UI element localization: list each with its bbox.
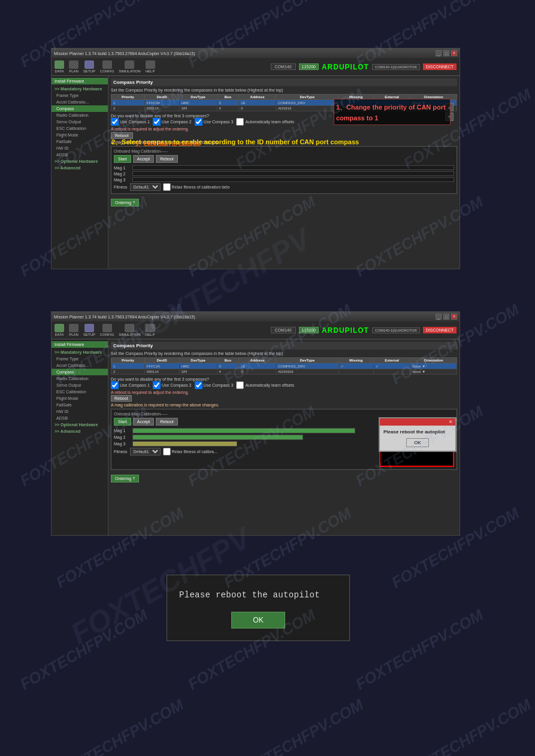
panel-title-bottom: Compass Priority (111, 342, 457, 350)
toolbar-config-bottom[interactable]: CONFIG (100, 324, 114, 336)
sidebar-mandatory-top[interactable]: >> Mandatory Hardware (52, 86, 108, 92)
cell-addr-2-top: 0 (239, 106, 276, 111)
compass1-checkbox-top[interactable]: Use Compass 1 (111, 118, 150, 126)
start-button-top[interactable]: Start (114, 155, 131, 163)
sidebar-top: Install Firmware >> Mandatory Hardware F… (52, 76, 108, 269)
sidebar-compass-top[interactable]: Compass (52, 105, 108, 112)
window-controls-top[interactable]: _ □ ✕ (436, 50, 457, 56)
sidebar-esc-bottom[interactable]: ESC Calibration (52, 388, 108, 395)
toolbar-data-top[interactable]: DATA (55, 60, 64, 73)
cell-devtype-1-top: HMC (179, 100, 217, 106)
sidebar-failsafe-top[interactable]: FailSafe (52, 138, 108, 145)
cell-devtype-1-bottom: HMC (179, 363, 217, 369)
sidebar-esc-top[interactable]: ESC Calibration (52, 125, 108, 132)
popup-ok-button-bottom[interactable]: OK (406, 438, 429, 447)
maximize-button-bottom[interactable]: □ (443, 314, 449, 320)
sidebar-mandatory-bottom[interactable]: >> Mandatory Hardware (52, 349, 108, 356)
fitness-select-top[interactable]: Default1 (130, 183, 161, 191)
cell-addr-2-bottom: 0 (239, 369, 276, 375)
toolbar-config-label-top: CONFIG (100, 69, 114, 73)
cell-addr-1-top: 1E (239, 100, 276, 106)
sidebar-hwid-top[interactable]: HW ID (52, 145, 108, 151)
compass3-checkbox-bottom[interactable]: Use Compass 3 (195, 381, 234, 389)
disconnect-button-bottom[interactable]: DISCONNECT (423, 327, 457, 333)
sidebar-servo-bottom[interactable]: Servo Output (52, 382, 108, 388)
sidebar-hwid-bottom[interactable]: HW ID (52, 408, 108, 415)
toolbar-setup-top[interactable]: SETUP (83, 60, 95, 73)
window-controls-bottom[interactable]: _ □ ✕ (436, 314, 457, 320)
popup-dialog-bottom: ✕ Please reboot the autopilot OK (379, 417, 457, 452)
relax-checkbox-top[interactable]: Relax fitness of calibration belo (163, 183, 230, 191)
toolbar-data-bottom[interactable]: DATA (55, 324, 64, 336)
compass1-checkbox-bottom[interactable]: Use Compass 1 (111, 381, 150, 389)
reboot2-button-bottom[interactable]: Reboot (156, 418, 178, 426)
col-devid-bottom: DevID (144, 358, 179, 363)
table-row-2-bottom[interactable]: 2 580114 SPI 4 0 ADS9916 None ▼ (111, 369, 457, 375)
toolbar-simulation-label-top: SIMULATION (119, 69, 140, 73)
sidebar-adsb-bottom[interactable]: ADSB (52, 415, 108, 421)
cell-priority-1-bottom: 1 (111, 363, 145, 369)
popup-close-icon[interactable]: ✕ (449, 420, 452, 424)
toolbar-plan-top[interactable]: PLAN (69, 60, 78, 73)
accept-button-top[interactable]: Accept (133, 155, 154, 163)
toolbar-help-top[interactable]: HELP (146, 60, 155, 73)
toolbar-help-bottom[interactable]: HELP (146, 324, 155, 336)
sidebar-optional-bottom[interactable]: >> Optional Hardware (52, 421, 108, 428)
fitness-select-bottom[interactable]: Default1 (130, 448, 161, 456)
reboot-button-bottom[interactable]: Reboot (111, 395, 132, 402)
sidebar-radio-bottom[interactable]: Radio Calibration (52, 375, 108, 382)
sidebar-frame-bottom[interactable]: Frame Type (52, 356, 108, 362)
maximize-button-top[interactable]: □ (443, 50, 449, 56)
cell-orient-2-bottom: None ▼ (410, 369, 457, 375)
sidebar-compass-bottom[interactable]: Compass (52, 369, 108, 375)
sidebar-adsb-top[interactable]: ADSB (52, 151, 108, 158)
popup-title-bar-bottom: ✕ (380, 418, 455, 426)
reboot2-button-top[interactable]: Reboot (156, 155, 178, 163)
sidebar-radio-top[interactable]: Radio Calibration (52, 112, 108, 119)
toolbar-plan-label-top: PLAN (69, 69, 78, 73)
toolbar-simulation-bottom[interactable]: SIMULATION (119, 324, 140, 336)
compass2-checkbox-bottom[interactable]: Use Compass 2 (153, 381, 192, 389)
sidebar-flight-bottom[interactable]: Flight Mode (52, 395, 108, 402)
relax-checkbox-bottom[interactable]: Relax fitness of calibra... (163, 448, 217, 456)
sidebar-accel-top[interactable]: Accel Calibratio... (52, 99, 108, 105)
sidebar-optional-top[interactable]: >> Optional Hardware (52, 158, 108, 165)
ordering-button-top[interactable]: Ordering ? (111, 199, 139, 207)
compass2-checkbox-top[interactable]: Use Compass 2 (153, 118, 192, 126)
mag2-label-top: Mag 2 (114, 172, 131, 176)
cell-devtype2-2-top: ADS916 (276, 106, 338, 111)
start-button-bottom[interactable]: Start (114, 418, 131, 426)
watermark-21: FOXTECHFPV.COM (352, 606, 486, 694)
auto-learn-checkbox-top[interactable]: Automatically learn offsets (236, 118, 294, 126)
sidebar-flight-top[interactable]: Flight Mode (52, 132, 108, 138)
cell-orient-1-bottom: None ▼ (410, 363, 457, 369)
minimize-button-top[interactable]: _ (436, 50, 442, 56)
sidebar-advanced-bottom[interactable]: >> Advanced (52, 428, 108, 435)
sidebar-frame-top[interactable]: Frame Type (52, 92, 108, 99)
sidebar-failsafe-bottom[interactable]: FailSafe (52, 402, 108, 408)
close-button-top[interactable]: ✕ (451, 50, 457, 56)
minimize-button-bottom[interactable]: _ (436, 314, 442, 320)
cell-bus-2-top: 4 (217, 106, 239, 111)
toolbar-simulation-top[interactable]: SIMULATION (119, 60, 140, 73)
large-ok-button[interactable]: OK (231, 612, 285, 629)
toolbar-setup-bottom[interactable]: SETUP (83, 324, 95, 336)
col-priority-bottom: Priority (111, 358, 145, 363)
toolbar-bottom: DATA PLAN SETUP CONFIG SIMULATION HELP C… (52, 321, 460, 339)
sidebar-accel-bottom[interactable]: Accel Calibratio... (52, 362, 108, 369)
ordering-button-bottom[interactable]: Ordering ? (111, 475, 139, 482)
sidebar-advanced-top[interactable]: >> Advanced (52, 165, 108, 171)
popup-text-bottom: Please reboot the autopilot (383, 429, 452, 435)
toolbar-plan-bottom[interactable]: PLAN (69, 324, 78, 336)
table-row-1-bottom[interactable]: 1 FFFC24 HMC 0 1E COMPASS_DRV ✓ ✓ None ▼ (111, 363, 457, 369)
close-button-bottom[interactable]: ✕ (451, 314, 457, 320)
accept-button-bottom[interactable]: Accept (133, 418, 154, 426)
toolbar-config-top[interactable]: CONFIG (100, 60, 114, 73)
watermark-22: FOXTECHFPV.COM (53, 696, 187, 756)
sidebar-servo-top[interactable]: Servo Output (52, 119, 108, 125)
mag3-bar-bottom: Mag 3 (114, 441, 376, 447)
auto-learn-checkbox-bottom[interactable]: Automatically learn offsets (236, 381, 294, 389)
disconnect-button-top[interactable]: DISCONNECT (423, 63, 457, 70)
cell-missing-2-bottom (338, 369, 373, 375)
compass3-checkbox-top[interactable]: Use Compass 3 (195, 118, 234, 126)
